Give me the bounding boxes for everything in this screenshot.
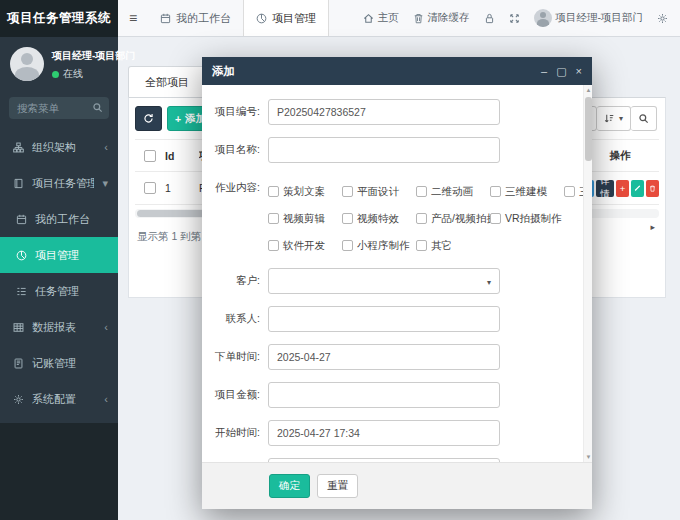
close-icon[interactable]: ×	[576, 66, 582, 77]
work-option-label: 软件开发	[283, 235, 325, 256]
checkbox-icon[interactable]	[342, 240, 353, 251]
checkbox-icon[interactable]	[416, 240, 427, 251]
work-option-label: 策划文案	[283, 181, 325, 202]
modal-scrollbar[interactable]: ▲ ▼	[583, 85, 592, 462]
customer-select[interactable]: ▾	[268, 268, 500, 294]
sidebar-item-task-mgmt[interactable]: 任务管理	[0, 273, 118, 309]
sidebar-item-project-task-mgmt[interactable]: 项目任务管理▾	[0, 165, 118, 201]
calendar-icon	[16, 214, 27, 225]
clear-cache-link[interactable]: 清除缓存	[413, 11, 470, 25]
scroll-right-icon[interactable]: ▸	[650, 222, 655, 232]
work-option[interactable]: 二维动画	[416, 175, 472, 202]
export-button[interactable]: ▾	[597, 106, 631, 131]
checkbox-icon[interactable]	[490, 213, 501, 224]
pencil-icon	[634, 184, 641, 193]
detail-button[interactable]: 详情	[596, 180, 614, 197]
user-menu[interactable]: 项目经理-项目部门	[534, 9, 644, 27]
sidebar-item-system-config[interactable]: 系统配置‹	[0, 381, 118, 417]
book-icon	[13, 178, 24, 189]
sidebar-item-label: 项目任务管理	[32, 176, 94, 191]
sidebar-item-label: 项目管理	[35, 248, 108, 263]
sidebar: 项目任务管理系统 项目经理-项目部门 在线 组织架构‹	[0, 0, 118, 520]
header-operation: 操作	[581, 149, 659, 163]
sidebar-item-ledger-mgmt[interactable]: 记账管理	[0, 345, 118, 381]
modal-footer: 确定 重置	[202, 462, 592, 509]
sidebar-user-panel: 项目经理-项目部门 在线	[0, 37, 118, 89]
online-dot-icon	[52, 71, 59, 78]
sidebar-item-project-mgmt[interactable]: 项目管理	[0, 237, 118, 273]
work-option[interactable]: 小程序制作	[342, 229, 398, 256]
navbar-tab-my-workbench[interactable]: 我的工作台	[148, 0, 243, 36]
trash-icon	[413, 13, 424, 24]
work-option[interactable]: 平面设计	[342, 175, 398, 202]
settings-button[interactable]	[657, 13, 668, 24]
start-time-input[interactable]	[268, 420, 500, 446]
fullscreen-button[interactable]	[509, 13, 520, 24]
edit-button[interactable]	[631, 180, 644, 197]
top-navbar: ≡ 我的工作台 项目管理 主页 清除缓存	[118, 0, 680, 37]
checkbox-icon[interactable]	[416, 213, 427, 224]
contact-input[interactable]	[268, 306, 500, 332]
work-option[interactable]: 视频剪辑	[268, 202, 324, 229]
work-option[interactable]: 三维建模	[490, 175, 546, 202]
modal-header[interactable]: 添加 – ▢ ×	[202, 57, 592, 85]
work-option-label: VR拍摄制作	[505, 208, 562, 229]
sort-icon	[604, 113, 615, 124]
sidebar-item-my-workbench[interactable]: 我的工作台	[0, 201, 118, 237]
sidebar-item-data-report[interactable]: 数据报表‹	[0, 309, 118, 345]
checkbox-icon[interactable]	[342, 186, 353, 197]
checkbox-icon[interactable]	[416, 186, 427, 197]
work-option-label: 视频剪辑	[283, 208, 325, 229]
search-icon	[638, 113, 649, 124]
work-option[interactable]: 策划文案	[268, 175, 324, 202]
caret-down-icon: ▾	[487, 278, 491, 287]
work-option-label: 其它	[431, 235, 452, 256]
navbar-tab-project-mgmt[interactable]: 项目管理	[243, 0, 329, 36]
work-option[interactable]: 视频特效	[342, 202, 398, 229]
deadline-input[interactable]	[268, 458, 500, 462]
navbar-tab-label: 项目管理	[272, 11, 316, 26]
project-name-input[interactable]	[268, 137, 500, 163]
project-no-input[interactable]	[268, 99, 500, 125]
sidebar-user-name: 项目经理-项目部门	[52, 49, 110, 63]
chevron-left-icon: ‹	[104, 393, 108, 405]
calendar-icon	[160, 13, 171, 24]
gears-icon	[13, 394, 24, 405]
work-option[interactable]: 软件开发	[268, 229, 324, 256]
minimize-icon[interactable]: –	[541, 66, 547, 77]
checkbox-icon[interactable]	[342, 213, 353, 224]
field-label-amount: 项目金额:	[204, 382, 260, 408]
checkbox-icon[interactable]	[268, 240, 279, 251]
row-checkbox[interactable]	[144, 182, 156, 194]
sidebar-toggle-button[interactable]: ≡	[118, 0, 148, 36]
checkbox-icon[interactable]	[268, 186, 279, 197]
scroll-up-icon[interactable]: ▲	[584, 87, 592, 93]
select-all-checkbox[interactable]	[144, 150, 156, 162]
tab-all-projects[interactable]: 全部项目	[128, 66, 206, 98]
navbar-user-name: 项目经理-项目部门	[556, 11, 644, 25]
checkbox-icon[interactable]	[268, 213, 279, 224]
confirm-button[interactable]: 确定	[269, 474, 310, 498]
add-project-modal: 添加 – ▢ × 项目编号: 项目名称: 作业内容: 策划文案平面设计二维动画三…	[202, 57, 592, 509]
refresh-button[interactable]	[135, 106, 162, 131]
restore-icon[interactable]: ▢	[556, 66, 566, 77]
gear-icon	[657, 13, 668, 24]
scrollbar-thumb[interactable]	[585, 97, 592, 161]
work-option[interactable]: VR拍摄制作	[490, 202, 546, 229]
amount-input[interactable]	[268, 382, 500, 408]
checkbox-icon[interactable]	[564, 186, 575, 197]
sidebar-item-org[interactable]: 组织架构‹	[0, 129, 118, 165]
checkbox-icon[interactable]	[490, 186, 501, 197]
home-link[interactable]: 主页	[363, 11, 399, 25]
lock-screen-button[interactable]	[484, 13, 495, 24]
reset-button[interactable]: 重置	[317, 474, 358, 498]
delete-button[interactable]	[646, 180, 659, 197]
work-option[interactable]: 其它	[416, 229, 472, 256]
order-time-input[interactable]	[268, 344, 500, 370]
trash-icon	[649, 184, 656, 193]
chevron-down-icon: ▾	[102, 177, 108, 190]
table-search-button[interactable]	[631, 106, 657, 131]
work-option[interactable]: 产品/视频拍摄	[416, 202, 472, 229]
add-task-button[interactable]: +	[616, 180, 629, 197]
scroll-down-icon[interactable]: ▼	[584, 454, 592, 460]
